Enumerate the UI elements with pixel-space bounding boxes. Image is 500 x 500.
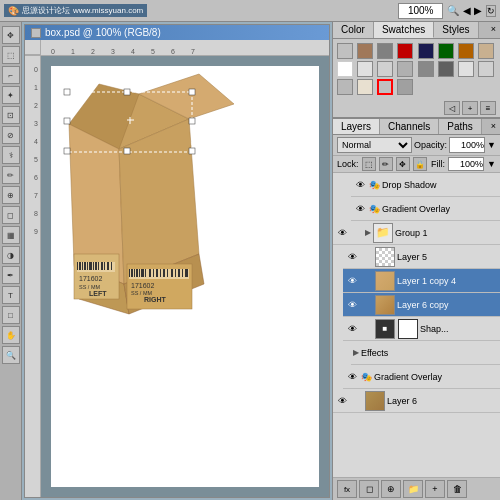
swatch[interactable] [397, 79, 413, 95]
zoom-input[interactable] [398, 3, 443, 19]
lock-all-btn[interactable]: 🔒 [413, 157, 427, 171]
layer-item-layer6-copy[interactable]: 👁 Layer 6 copy [343, 293, 500, 317]
crop-tool[interactable]: ⊡ [2, 106, 20, 124]
swatch[interactable] [458, 61, 474, 77]
blend-mode-select[interactable]: Normal [337, 137, 412, 153]
tab-swatches[interactable]: Swatches [374, 22, 434, 38]
swatch[interactable] [357, 43, 373, 59]
layer-eye-layer5[interactable]: 👁 [345, 250, 359, 264]
swatch[interactable] [397, 43, 413, 59]
right-panels: Color Swatches Styles × [332, 22, 500, 500]
svg-rect-31 [131, 269, 133, 277]
swatch[interactable] [438, 61, 454, 77]
layer-item-gradient-overlay-1[interactable]: 👁 🎭 Gradient Overlay [351, 197, 500, 221]
select-tool[interactable]: ⬚ [2, 46, 20, 64]
zoom-icon: 🔍 [447, 5, 459, 16]
top-bar-right: 🔍 ◀ ▶ ↻ [398, 3, 496, 19]
canvas-window: box.psd @ 100% (RGB/8) 0 1 2 3 4 5 6 7 [24, 24, 330, 498]
site-logo-icon: 🎨 [8, 6, 19, 16]
fill-input[interactable] [448, 157, 484, 171]
swatch[interactable] [337, 79, 353, 95]
svg-rect-42 [167, 269, 168, 277]
swatches-close-btn[interactable]: × [487, 22, 500, 38]
magic-wand-tool[interactable]: ✦ [2, 86, 20, 104]
text-tool[interactable]: T [2, 286, 20, 304]
swatch[interactable] [357, 61, 373, 77]
opacity-arrow-icon[interactable]: ▼ [487, 140, 496, 150]
brush-tool[interactable]: ✏ [2, 166, 20, 184]
tab-layers[interactable]: Layers [333, 119, 380, 134]
layer-item-layer1-copy4[interactable]: 👁 Layer 1 copy 4 [343, 269, 500, 293]
layer-eye-shape[interactable]: 👁 [345, 322, 359, 336]
layer-adjustment-btn[interactable]: ⊕ [381, 480, 401, 498]
swatch[interactable] [377, 79, 393, 95]
layer-eye-drop-shadow[interactable]: 👁 [353, 178, 367, 192]
svg-rect-46 [182, 269, 183, 277]
zoom-tool[interactable]: 🔍 [2, 346, 20, 364]
swatch[interactable] [438, 43, 454, 59]
pen-tool[interactable]: ✒ [2, 266, 20, 284]
layer-eye-layer1-copy4[interactable]: 👁 [345, 274, 359, 288]
tab-styles[interactable]: Styles [434, 22, 478, 38]
lock-paint-btn[interactable]: ✏ [379, 157, 393, 171]
svg-rect-12 [77, 262, 78, 270]
layer-group-btn[interactable]: 📁 [403, 480, 423, 498]
dodge-tool[interactable]: ◑ [2, 246, 20, 264]
layer-item-layer5[interactable]: 👁 Layer 5 [343, 245, 500, 269]
layer-eye-layer6-copy[interactable]: 👁 [345, 298, 359, 312]
tab-paths[interactable]: Paths [439, 119, 482, 134]
layer-item-drop-shadow[interactable]: 👁 🎭 Drop Shadow [351, 173, 500, 197]
rotate-button[interactable]: ↻ [486, 5, 496, 17]
swatch[interactable] [377, 61, 393, 77]
fill-arrow-icon[interactable]: ▼ [487, 159, 496, 169]
layers-close-btn[interactable]: × [487, 119, 500, 134]
layer-eye-gradient-overlay-1[interactable]: 👁 [353, 202, 367, 216]
swatches-action-btn-2[interactable]: + [462, 101, 478, 115]
move-tool[interactable]: ✥ [2, 26, 20, 44]
swatch[interactable] [478, 43, 494, 59]
swatch[interactable] [418, 61, 434, 77]
tab-color[interactable]: Color [333, 22, 374, 38]
swatch[interactable] [418, 43, 434, 59]
lasso-tool[interactable]: ⌐ [2, 66, 20, 84]
lock-transparency-btn[interactable]: ⬚ [362, 157, 376, 171]
opacity-input[interactable] [449, 137, 485, 153]
layer-mask-btn[interactable]: ◻ [359, 480, 379, 498]
layer-item-layer6[interactable]: 👁 Layer 6 [333, 389, 500, 413]
effects-expand-icon[interactable]: ▶ [353, 348, 359, 357]
svg-rect-44 [175, 269, 176, 277]
heal-tool[interactable]: ⚕ [2, 146, 20, 164]
svg-rect-56 [189, 118, 195, 124]
hand-tool[interactable]: ✋ [2, 326, 20, 344]
layer-thumb-layer6 [365, 391, 385, 411]
gradient-tool[interactable]: ▦ [2, 226, 20, 244]
swatch[interactable] [397, 61, 413, 77]
swatch[interactable] [337, 61, 353, 77]
layer-fx-btn[interactable]: fx [337, 480, 357, 498]
layer-new-btn[interactable]: + [425, 480, 445, 498]
swatch[interactable] [478, 61, 494, 77]
tab-channels[interactable]: Channels [380, 119, 439, 134]
layer-eye-group-1[interactable]: 👁 [335, 226, 349, 240]
canvas-content[interactable]: 171602 SS / MM LEFT [41, 56, 329, 497]
layer-eye-layer6[interactable]: 👁 [335, 394, 349, 408]
layer-item-shape[interactable]: 👁 ■ Shap... [343, 317, 500, 341]
layer-item-gradient-overlay-2[interactable]: 👁 🎭 Gradient Overlay [343, 365, 500, 389]
shape-tool[interactable]: □ [2, 306, 20, 324]
layers-panel-tabs: Layers Channels Paths × [333, 119, 500, 135]
swatch[interactable] [458, 43, 474, 59]
layer-item-effects-header[interactable]: ▶ Effects [351, 341, 500, 365]
group-1-expand-icon[interactable]: ▶ [365, 228, 371, 237]
layer-item-group-1[interactable]: 👁 ▶ 📁 Group 1 [333, 221, 500, 245]
swatch[interactable] [377, 43, 393, 59]
layer-eye-gradient-overlay-2[interactable]: 👁 [345, 370, 359, 384]
slice-tool[interactable]: ⊘ [2, 126, 20, 144]
swatches-action-btn-3[interactable]: ≡ [480, 101, 496, 115]
lock-move-btn[interactable]: ✥ [396, 157, 410, 171]
layer-delete-btn[interactable]: 🗑 [447, 480, 467, 498]
swatches-action-btn-1[interactable]: ◁ [444, 101, 460, 115]
swatch[interactable] [337, 43, 353, 59]
swatch[interactable] [357, 79, 373, 95]
eraser-tool[interactable]: ◻ [2, 206, 20, 224]
clone-tool[interactable]: ⊕ [2, 186, 20, 204]
